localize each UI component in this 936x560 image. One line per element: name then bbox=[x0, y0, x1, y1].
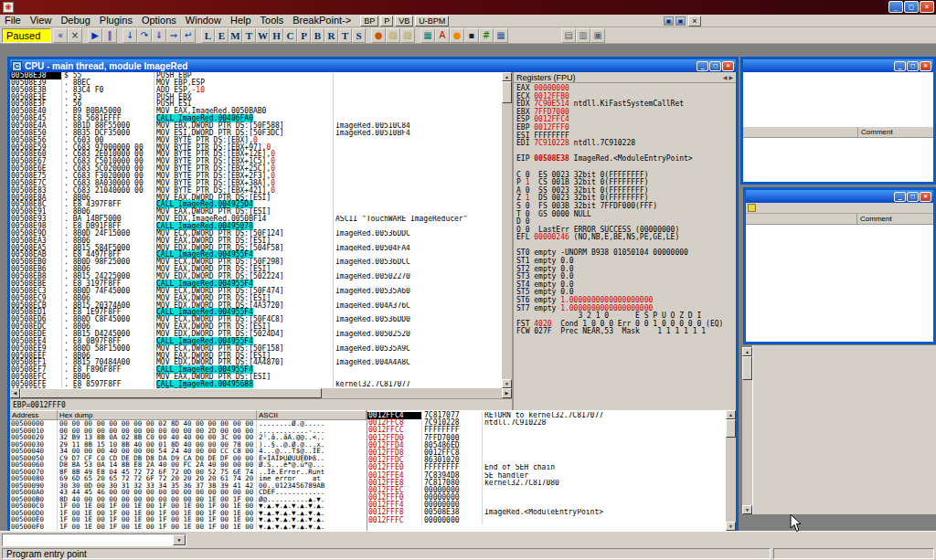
mdi-window-icon[interactable]: ▣ bbox=[664, 16, 674, 26]
stack-row[interactable]: 0012FFE0FFFFFFFFEnd of SEH chain bbox=[367, 464, 726, 471]
dump-row[interactable]: 005000F01F 00 1E 00 1F 00 1E 00 1F 00 1E… bbox=[10, 523, 367, 531]
options-icon[interactable]: ▦ bbox=[420, 28, 435, 43]
mdi-restore-icon[interactable]: ▣ bbox=[675, 16, 686, 26]
stack-row[interactable]: 0012FFE47C8394D8SE handler bbox=[367, 472, 726, 480]
disasm-row[interactable]: 00508EFE. E8 8597F8FFCALL ImageRed.00495… bbox=[10, 381, 502, 388]
info-pane[interactable]: EBP=0012FFF0 bbox=[10, 398, 512, 410]
grid-icon[interactable]: ▦ bbox=[494, 28, 508, 43]
animate-into-icon[interactable]: ⇓ bbox=[152, 28, 166, 43]
maximize-button[interactable]: □ bbox=[907, 61, 919, 71]
tool-b-icon[interactable]: ▨ bbox=[400, 28, 415, 43]
memory-map-button[interactable]: M bbox=[229, 28, 242, 43]
appearance-icon[interactable]: A bbox=[435, 28, 450, 43]
stack-row[interactable]: 0012FFF400000000 bbox=[367, 502, 726, 509]
disassembly-pane[interactable]: 00508E38$ 55PUSH EBP00508E39. 8BECMOV EB… bbox=[10, 72, 502, 388]
scroll-down-icon[interactable]: ▼ bbox=[502, 379, 512, 388]
maximize-button[interactable]: □ bbox=[904, 1, 919, 13]
mdi-close-icon[interactable]: × bbox=[688, 16, 701, 26]
cpu-maximize-button[interactable]: □ bbox=[709, 61, 721, 71]
menu-item-help[interactable]: Help bbox=[226, 15, 256, 26]
threads-button[interactable]: T bbox=[242, 28, 256, 43]
stack-row[interactable]: 0012FFD80012FFC8 bbox=[367, 449, 726, 457]
chevron-down-icon[interactable]: ▼ bbox=[173, 534, 186, 545]
menu-plugin-vb[interactable]: VB bbox=[395, 16, 413, 26]
registers-pane[interactable]: Registers (FPU) ◀ ▶ EAX 00000000ECX 0012… bbox=[512, 72, 736, 410]
pause-icon[interactable]: ‖ bbox=[102, 28, 117, 43]
cpu-minimize-button[interactable]: _ bbox=[697, 61, 708, 71]
column-comment[interactable]: Comment bbox=[857, 214, 933, 224]
menu-item-options[interactable]: Options bbox=[137, 15, 181, 26]
doc-b-icon[interactable]: ▥ bbox=[576, 28, 590, 43]
stack-row[interactable]: 0012FFCCFFFFFFFF bbox=[367, 427, 726, 434]
scroll-down-icon[interactable]: ▼ bbox=[726, 522, 736, 531]
disasm-row[interactable]: 00508E3B. 83C4 F0ADD ESP,-10 bbox=[10, 87, 502, 94]
minimize-button[interactable]: _ bbox=[888, 1, 903, 13]
scroll-left-icon[interactable]: ◀ bbox=[10, 388, 20, 398]
handles-button[interactable]: H bbox=[270, 28, 283, 43]
stack-pane[interactable]: 0012FFC47C817077RETURN to kernel32.7C817… bbox=[367, 410, 726, 531]
register-eip[interactable]: EIP 00508E38 ImageRed.<ModuleEntryPoint> bbox=[514, 155, 736, 164]
close-program-icon[interactable]: × bbox=[68, 28, 82, 43]
minimize-button[interactable]: _ bbox=[894, 192, 906, 202]
scroll-up-icon[interactable]: ▲ bbox=[726, 410, 736, 419]
stack-row[interactable]: 0012FFD07FFD7000 bbox=[367, 435, 726, 442]
flag-line[interactable]: T 0 GS 0000 NULL bbox=[514, 211, 736, 219]
tool-a-icon[interactable]: ▨ bbox=[386, 28, 400, 43]
patches-button[interactable]: P bbox=[297, 28, 311, 43]
record-icon[interactable]: ● bbox=[371, 28, 386, 43]
register-efl[interactable]: EFL 00000246 (NO,NB,E,BE,NS,PE,GE,LE) bbox=[514, 234, 736, 242]
references-button[interactable]: R bbox=[324, 28, 338, 43]
menu-item-plugins[interactable]: Plugins bbox=[95, 15, 137, 26]
side-window-middle-titlebar[interactable]: _ □ × bbox=[746, 190, 933, 203]
ball-icon[interactable]: ● bbox=[450, 28, 464, 43]
tile-windows-icon[interactable]: ▣ bbox=[590, 28, 605, 43]
scroll-right-icon[interactable]: ▶ bbox=[502, 388, 512, 398]
log-window-button[interactable]: L bbox=[201, 28, 215, 43]
stack-vscrollbar[interactable]: ▲ ▼ bbox=[726, 410, 736, 531]
stack-row[interactable]: 0012FFEC00000000 bbox=[367, 487, 726, 494]
stack-row[interactable]: 0012FFC87C910228ntdll.7C910228 bbox=[367, 419, 726, 427]
cpu-window[interactable]: C CPU - main thread, module ImageRed _ □… bbox=[7, 57, 739, 531]
executable-modules-button[interactable]: E bbox=[215, 28, 229, 43]
execute-till-return-icon[interactable]: ↵ bbox=[181, 28, 196, 43]
stack-row[interactable]: 0012FFF800508E38ImageRed.<ModuleEntryPoi… bbox=[367, 509, 726, 516]
side-window-top-titlebar[interactable]: _ □ × bbox=[743, 59, 933, 72]
stack-row[interactable]: 0012FFFC00000000 bbox=[367, 517, 726, 524]
disasm-vscroll-thumb[interactable] bbox=[502, 81, 512, 103]
stack-row[interactable]: 0012FFC47C817077RETURN to kernel32.7C817… bbox=[367, 412, 726, 419]
disasm-row[interactable]: 00508E3E. 53PUSH EBX bbox=[10, 94, 502, 101]
run-trace-button[interactable]: T bbox=[338, 28, 352, 43]
menu-plugin-bp[interactable]: BP bbox=[360, 16, 378, 26]
stack-vscroll-thumb[interactable] bbox=[726, 419, 736, 438]
register-line[interactable]: EDI 7C910228 ntdll.7C910228 bbox=[514, 140, 736, 148]
close-button[interactable]: × bbox=[920, 1, 934, 13]
close-button[interactable]: × bbox=[920, 192, 931, 202]
animate-over-icon[interactable]: ⇒ bbox=[166, 28, 181, 43]
stack-row[interactable]: 0012FFF000000000 bbox=[367, 494, 726, 502]
scroll-up-icon[interactable]: ▲ bbox=[502, 72, 512, 81]
side-window-bottom-vscrollbar[interactable]: ▲ ▼ bbox=[742, 347, 752, 514]
disasm-vscrollbar[interactable]: ▲ ▼ bbox=[502, 72, 512, 388]
menu-item-file[interactable]: File bbox=[0, 15, 26, 26]
windows-button[interactable]: W bbox=[256, 28, 270, 43]
menu-item-window[interactable]: Window bbox=[181, 15, 226, 26]
disasm-hscrollbar[interactable]: ◀ ▶ bbox=[10, 388, 512, 398]
menu-plugin-ubpm[interactable]: U-BPM bbox=[415, 16, 449, 26]
menu-item-debug[interactable]: Debug bbox=[56, 15, 94, 26]
column-comment[interactable]: Comment bbox=[858, 127, 933, 137]
registers-prev-icon[interactable]: ◀ bbox=[723, 74, 728, 80]
menu-plugin-p[interactable]: P bbox=[380, 16, 393, 26]
maximize-button[interactable]: □ bbox=[907, 192, 919, 202]
disasm-hscroll-thumb[interactable] bbox=[20, 388, 322, 398]
menu-item-breakpoint[interactable]: BreakPoint-> bbox=[288, 15, 356, 26]
step-into-icon[interactable]: ↓ bbox=[122, 28, 137, 43]
registers-next-icon[interactable]: ▶ bbox=[729, 74, 733, 80]
stack-row[interactable]: 0012FFDC86301020 bbox=[367, 457, 726, 464]
cpu-close-button[interactable]: × bbox=[722, 61, 734, 71]
scroll-down-icon[interactable]: ▼ bbox=[742, 505, 752, 514]
side-window-middle[interactable]: _ □ × Comment bbox=[743, 187, 936, 344]
dark-icon[interactable]: ▪ bbox=[464, 28, 479, 43]
register-fcw[interactable]: FCW 027F Prec NEAR,53 Mask 1 1 1 1 1 1 bbox=[514, 328, 736, 336]
menu-item-view[interactable]: View bbox=[26, 15, 57, 26]
restart-icon[interactable]: « bbox=[53, 28, 68, 43]
